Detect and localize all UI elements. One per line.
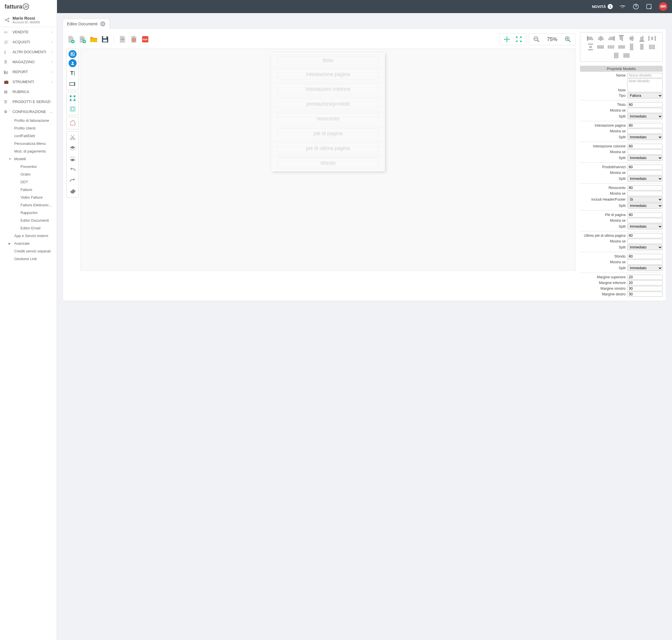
undo-button[interactable] <box>68 165 77 175</box>
prodotti-input[interactable] <box>627 164 662 170</box>
resoconto-split-select[interactable]: Immediato <box>627 203 662 208</box>
field-element-button[interactable] <box>68 79 77 89</box>
user-element-button[interactable] <box>69 59 76 67</box>
code-doc-button[interactable]: </> <box>118 35 127 44</box>
nav-rubrica[interactable]: ▤RUBRICA <box>0 87 57 97</box>
sfondo-mostra-input[interactable] <box>627 260 662 265</box>
user-block[interactable]: Mario Rossi Account ID: 000000 <box>0 13 57 27</box>
nav-prodotti[interactable]: ☰PRODOTTI E SERVIZI <box>0 97 57 107</box>
move-icon[interactable] <box>502 35 511 44</box>
nav-personalizza-menu[interactable]: Personalizza Menu <box>0 140 57 147</box>
section-pie-pagina[interactable]: piè di pagina <box>272 126 384 141</box>
nav-crediti[interactable]: Crediti servizi separati <box>0 247 57 255</box>
nav-profilo-fatturazione[interactable]: Profilo di fatturazione <box>0 117 57 125</box>
resoconto-mostra-input[interactable] <box>627 191 662 196</box>
section-resoconto[interactable]: resoconto <box>272 112 384 126</box>
layer-up-button[interactable] <box>68 143 77 153</box>
ultimopie-split-select[interactable]: Immediato <box>627 245 662 250</box>
redo-button[interactable] <box>68 176 77 186</box>
sfondo-input[interactable] <box>627 254 662 259</box>
nav-magazzino[interactable]: ☰MAGAZZINO› <box>0 57 57 67</box>
new-code-doc-button[interactable]: </> <box>78 35 87 44</box>
distribute-v-icon[interactable] <box>587 44 595 50</box>
nav-conf-fatt-elett[interactable]: confFattElett <box>0 132 57 140</box>
piepag-input[interactable] <box>627 212 662 217</box>
section-pie-ultima[interactable]: piè di ultima pagina <box>272 141 384 155</box>
logo[interactable]: fattura24 <box>0 0 57 13</box>
select-element-button[interactable] <box>68 93 77 103</box>
intcol-split-select[interactable]: Immediato <box>627 155 662 161</box>
novita-button[interactable]: NOVITÀ 1 <box>592 4 613 9</box>
intpag-mostra-input[interactable] <box>627 129 662 134</box>
align-bottom-icon[interactable] <box>638 35 646 42</box>
nav-app-servizi[interactable]: App e Servizi esterni <box>0 232 57 239</box>
intpag-input[interactable] <box>627 123 662 128</box>
section-intestazioni-colonne[interactable]: intestazioni colonne <box>272 82 384 96</box>
distribute-h-icon[interactable] <box>648 35 656 42</box>
note-icon[interactable] <box>646 3 652 10</box>
align-vcenter-icon[interactable] <box>628 35 635 42</box>
nav-report[interactable]: REPORT› <box>0 67 57 77</box>
ultimopie-mostra-input[interactable] <box>627 239 662 244</box>
nav-editor-documenti[interactable]: Editor Documenti <box>0 217 57 224</box>
nav-mod-pagamento[interactable]: Mod. di pagamento <box>0 147 57 155</box>
handshake-icon[interactable] <box>619 3 626 10</box>
nome-input[interactable] <box>627 73 662 78</box>
nav-ordini[interactable]: Ordini <box>0 171 57 178</box>
note-input[interactable] <box>627 78 662 92</box>
nav-profilo-utenti[interactable]: Profilo Utenti <box>0 125 57 132</box>
nav-vendite[interactable]: ▭VENDITE› <box>0 27 57 37</box>
close-icon[interactable]: ✕ <box>100 21 105 27</box>
nav-modelli[interactable]: ▼Modelli <box>0 155 57 163</box>
fit-icon[interactable] <box>514 35 523 44</box>
select-all-button[interactable] <box>68 104 77 114</box>
align-right-icon[interactable] <box>607 35 615 42</box>
nav-fatture-elettroniche[interactable]: Fatture Elettronic… <box>0 201 57 209</box>
sfondo-split-select[interactable]: Immediato <box>627 265 662 271</box>
text-element-button[interactable]: T <box>68 68 77 78</box>
nav-acquisti[interactable]: 🛒ACQUISTI› <box>0 37 57 47</box>
spread-h-center-icon[interactable] <box>607 44 615 50</box>
prodotti-split-select[interactable]: Immediato <box>627 176 662 181</box>
intpag-split-select[interactable]: Immediato <box>627 134 662 140</box>
nav-avanzate[interactable]: ▶Avanzate <box>0 239 57 247</box>
pdf-button[interactable]: PDF <box>141 35 150 44</box>
section-titolo[interactable]: titolo <box>272 54 384 67</box>
nav-video-fatture[interactable]: Video Fatture <box>0 193 57 201</box>
tab-editor-documenti[interactable]: Editor Documenti ✕ <box>63 19 110 29</box>
spread-v-top-icon[interactable] <box>628 44 635 50</box>
titolo-input[interactable] <box>627 102 662 107</box>
new-doc-button[interactable] <box>66 35 75 44</box>
nav-rapportini[interactable]: Rapportini <box>0 209 57 217</box>
resoconto-input[interactable] <box>627 185 662 190</box>
same-height-icon[interactable] <box>612 52 620 59</box>
help-icon[interactable] <box>633 3 639 10</box>
save-button[interactable] <box>101 35 110 44</box>
page-canvas[interactable]: titolo intestazione pagina intestazioni … <box>81 49 575 271</box>
nav-ddt[interactable]: DDT <box>0 178 57 186</box>
margine-inf-input[interactable] <box>627 280 662 286</box>
spread-v-mid-icon[interactable] <box>638 44 646 50</box>
nav-editor-email[interactable]: Editor Email <box>0 224 57 232</box>
nav-altri-documenti[interactable]: ▯ALTRI DOCUMENTI› <box>0 47 57 57</box>
spread-h-left-icon[interactable] <box>597 44 605 50</box>
margine-sin-input[interactable] <box>627 286 662 291</box>
avatar[interactable]: MR <box>659 2 668 11</box>
prodotti-mostra-input[interactable] <box>627 170 662 175</box>
nav-configurazione[interactable]: ⚙CONFIGURAZIONE⌄ <box>0 107 57 117</box>
nav-strumenti[interactable]: 💼STRUMENTI› <box>0 77 57 87</box>
align-top-icon[interactable] <box>617 35 625 42</box>
includi-hf-select[interactable]: Si <box>627 197 662 202</box>
titolo-mostra-input[interactable] <box>627 108 662 113</box>
zoom-out-button[interactable] <box>532 35 541 44</box>
zoom-in-button[interactable] <box>563 35 572 44</box>
ultimopie-input[interactable] <box>627 233 662 238</box>
same-width-icon[interactable] <box>648 44 656 50</box>
align-hcenter-icon[interactable] <box>597 35 605 42</box>
intcol-input[interactable] <box>627 144 662 149</box>
image-element-button[interactable] <box>69 50 76 58</box>
margine-sup-input[interactable] <box>627 275 662 280</box>
tipo-select[interactable]: Fattura <box>627 93 662 99</box>
margine-des-input[interactable] <box>627 292 662 297</box>
piepag-split-select[interactable]: Immediato <box>627 224 662 229</box>
